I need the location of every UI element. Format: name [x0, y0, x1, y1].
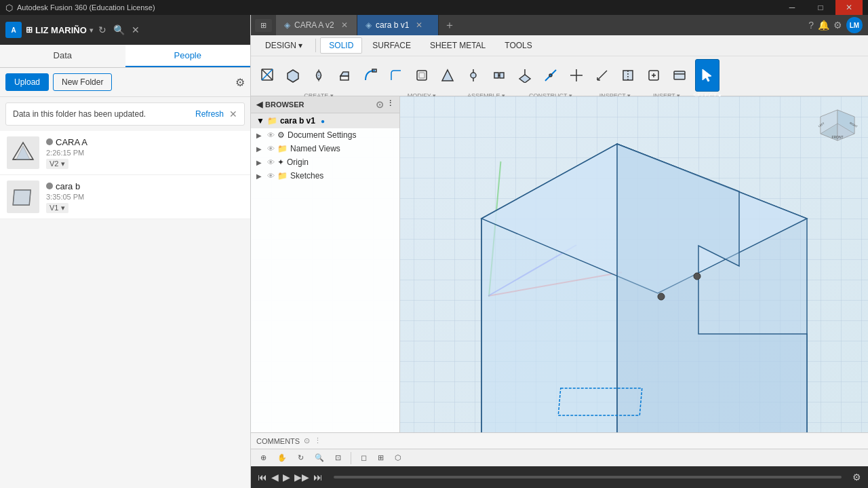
file-name: cara b [56, 181, 80, 191]
navigation-cube[interactable]: FRONT LEFT RIGHT [814, 103, 861, 151]
create-extrude-button[interactable] [332, 59, 357, 92]
anim-end-button[interactable]: ⏭ [313, 472, 323, 483]
browser-title-label: BROWSER [265, 100, 304, 109]
construct-group: CONSTRUCT ▾ [513, 59, 589, 93]
comments-bar: COMMENTS ⊙ ⋮ [251, 432, 868, 449]
fit-view-button[interactable]: ⊕ [256, 452, 271, 464]
insert-canvas-button[interactable] [667, 59, 692, 92]
grid-settings-button[interactable]: ⊞ [374, 452, 388, 464]
close-button[interactable]: ✕ [835, 0, 863, 15]
create-solid-button[interactable] [281, 59, 305, 92]
assemble-rigid-button[interactable] [487, 59, 511, 92]
grid-icon-sm: ⊞ [260, 21, 267, 29]
anim-next-button[interactable]: ▶▶ [294, 472, 309, 483]
design-menu-button[interactable]: ⊞ [255, 19, 272, 32]
tab-close-button[interactable]: ✕ [341, 20, 348, 30]
browser-item-doc-settings[interactable]: ▶ 👁 ⚙ Document Settings [251, 128, 399, 142]
ribbon-tools: CREATE ▾ MODIFY ▾ [251, 56, 868, 96]
design-dropdown-button[interactable]: DESIGN ▾ [256, 37, 311, 54]
comments-label: COMMENTS [256, 437, 300, 445]
file-thumbnail [7, 136, 39, 169]
folder-icon-sm: 📁 [277, 144, 288, 153]
select-icon [700, 68, 715, 83]
anim-prev-button[interactable]: ◀ [271, 472, 279, 483]
notification-icon[interactable]: 🔔 [818, 20, 829, 31]
sweep-icon [363, 68, 378, 83]
notification-refresh-link[interactable]: Refresh [195, 109, 224, 119]
select-button[interactable] [695, 59, 719, 92]
help-icon[interactable]: ? [808, 20, 814, 31]
browser-item-label: Sketches [290, 171, 323, 181]
zoom-button[interactable]: 🔍 [311, 452, 328, 464]
svg-marker-37 [703, 69, 711, 81]
ribbon-top: DESIGN ▾ SOLID SURFACE SHEET METAL TOOLS [251, 35, 868, 56]
zoom-window-button[interactable]: ⊡ [331, 452, 345, 464]
modify-draft-button[interactable] [435, 59, 460, 92]
user-avatar[interactable]: LM [846, 17, 863, 33]
new-tab-button[interactable]: ＋ [439, 15, 460, 35]
tab-data[interactable]: Data [0, 45, 125, 67]
inspect-section-button[interactable] [616, 59, 640, 92]
construct-point-button[interactable] [564, 59, 589, 92]
modify-fillet-button[interactable] [384, 59, 408, 92]
view-cube-button[interactable]: ⬡ [391, 452, 406, 464]
display-settings-button[interactable]: ◻ [357, 452, 371, 464]
anim-play-button[interactable]: ▶ [283, 472, 290, 483]
cad-tab-cara-b[interactable]: ◈ cara b v1 ✕ [357, 15, 439, 35]
anim-start-button[interactable]: ⏮ [258, 472, 267, 483]
browser-item-named-views[interactable]: ▶ 👁 📁 Named Views [251, 142, 399, 155]
close-panel-icon[interactable]: ✕ [132, 24, 140, 35]
settings-icon[interactable]: ⚙ [833, 20, 842, 31]
notification-close-button[interactable]: ✕ [229, 109, 237, 119]
create-revolve-button[interactable] [307, 59, 331, 92]
create-sketch-button[interactable] [255, 59, 279, 92]
browser-item-label: Origin [287, 157, 309, 167]
modify-shell-button[interactable] [410, 59, 434, 92]
settings-icon[interactable]: ⚙ [235, 76, 245, 89]
browser-root-item[interactable]: ▼ 📁 cara b v1 ● [251, 113, 399, 128]
mode-solid-button[interactable]: SOLID [320, 37, 362, 54]
collapse-browser-button[interactable]: ◀ [256, 100, 262, 109]
assemble-joint-button[interactable] [461, 59, 486, 92]
construct-plane-button[interactable] [513, 59, 537, 92]
maximize-button[interactable]: □ [807, 0, 834, 15]
inspect-measure-button[interactable] [590, 59, 614, 92]
modify-group: MODIFY ▾ [384, 59, 460, 93]
pan-button[interactable]: ✋ [273, 452, 291, 464]
user-info[interactable]: ⊞ LIZ MARIÑO ▾ [26, 25, 93, 35]
browser-item-origin[interactable]: ▶ 👁 ✦ Origin [251, 155, 399, 169]
collapse-icon: ▼ [256, 116, 264, 126]
mode-tools-button[interactable]: TOOLS [496, 37, 540, 54]
list-item[interactable]: cara b 3:35:05 PM V1 ▾ [0, 175, 250, 219]
svg-marker-14 [442, 70, 453, 81]
mode-surface-button[interactable]: SURFACE [363, 37, 420, 54]
create-sweep-button[interactable] [358, 59, 382, 92]
insert-decal-button[interactable] [642, 59, 666, 92]
svg-rect-13 [419, 73, 425, 78]
construct-axis-button[interactable] [538, 59, 563, 92]
file-version-badge[interactable]: V1 ▾ [46, 203, 68, 213]
browser-menu-icon[interactable]: ⋮ [387, 99, 394, 110]
tab-people[interactable]: People [125, 45, 251, 67]
tab-close-button[interactable]: ✕ [416, 20, 422, 30]
refresh-icon[interactable]: ↻ [98, 24, 106, 35]
search-icon[interactable]: 🔍 [113, 24, 125, 35]
svg-rect-11 [372, 69, 376, 72]
anim-settings-button[interactable]: ⚙ [852, 472, 861, 483]
viewport[interactable]: ◀ BROWSER ⊙ ⋮ ▼ 📁 cara b v1 ● ▶ [251, 96, 868, 432]
animation-slider[interactable] [334, 476, 842, 478]
svg-line-27 [597, 71, 607, 80]
file-info: cara b 3:35:05 PM V1 ▾ [46, 181, 243, 213]
comment-expand-icon[interactable]: ⋮ [314, 436, 321, 445]
minimize-button[interactable]: ─ [778, 0, 806, 15]
list-item[interactable]: CARA A 2:26:15 PM V2 ▾ [0, 131, 250, 175]
eye-icon: 👁 [267, 131, 275, 139]
browser-item-sketches[interactable]: ▶ 👁 📁 Sketches [251, 169, 399, 183]
file-version-badge[interactable]: V2 ▾ [46, 159, 68, 169]
upload-button[interactable]: Upload [5, 73, 49, 91]
orbit-button[interactable]: ↻ [294, 452, 308, 464]
mode-sheet-metal-button[interactable]: SHEET METAL [421, 37, 494, 54]
new-folder-button[interactable]: New Folder [53, 73, 112, 91]
svg-rect-30 [623, 71, 633, 80]
cad-tab-cara-a[interactable]: ◈ CARA A v2 ✕ [276, 15, 357, 35]
